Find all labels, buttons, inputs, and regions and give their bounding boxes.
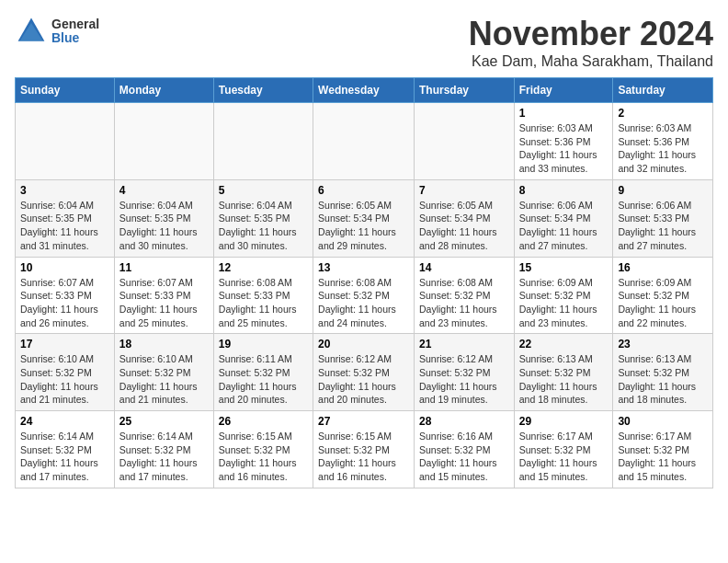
calendar-col-header: Monday	[114, 78, 213, 103]
title-block: November 2024 Kae Dam, Maha Sarakham, Th…	[469, 15, 713, 70]
day-info: Sunrise: 6:10 AM Sunset: 5:32 PM Dayligh…	[20, 352, 109, 407]
calendar-cell: 2Sunrise: 6:03 AM Sunset: 5:36 PM Daylig…	[613, 103, 713, 180]
calendar-cell: 9Sunrise: 6:06 AM Sunset: 5:33 PM Daylig…	[613, 179, 713, 257]
calendar-cell: 19Sunrise: 6:11 AM Sunset: 5:32 PM Dayli…	[213, 334, 313, 411]
logo-icon	[15, 15, 48, 48]
calendar-cell	[114, 103, 213, 180]
calendar-cell: 21Sunrise: 6:12 AM Sunset: 5:32 PM Dayli…	[414, 334, 514, 411]
calendar-header-row: SundayMondayTuesdayWednesdayThursdayFrid…	[16, 78, 713, 103]
day-info: Sunrise: 6:08 AM Sunset: 5:33 PM Dayligh…	[219, 276, 308, 330]
calendar-cell	[313, 103, 415, 180]
calendar-cell: 29Sunrise: 6:17 AM Sunset: 5:32 PM Dayli…	[514, 411, 613, 488]
calendar-col-header: Thursday	[414, 78, 514, 103]
day-info: Sunrise: 6:12 AM Sunset: 5:32 PM Dayligh…	[419, 352, 509, 407]
day-number: 25	[119, 415, 209, 428]
calendar-cell: 25Sunrise: 6:14 AM Sunset: 5:32 PM Dayli…	[114, 411, 213, 488]
day-info: Sunrise: 6:08 AM Sunset: 5:32 PM Dayligh…	[419, 276, 509, 330]
day-number: 19	[219, 338, 308, 350]
day-info: Sunrise: 6:07 AM Sunset: 5:33 PM Dayligh…	[20, 276, 109, 330]
calendar-col-header: Friday	[514, 78, 613, 103]
calendar-week-row: 1Sunrise: 6:03 AM Sunset: 5:36 PM Daylig…	[16, 103, 713, 180]
month-title: November 2024	[469, 15, 713, 53]
day-number: 3	[20, 184, 109, 197]
calendar-cell: 26Sunrise: 6:15 AM Sunset: 5:32 PM Dayli…	[213, 411, 313, 488]
day-info: Sunrise: 6:17 AM Sunset: 5:32 PM Dayligh…	[618, 430, 708, 484]
page-header: General Blue November 2024 Kae Dam, Maha…	[15, 15, 713, 70]
calendar-cell: 14Sunrise: 6:08 AM Sunset: 5:32 PM Dayli…	[414, 257, 514, 334]
day-info: Sunrise: 6:04 AM Sunset: 5:35 PM Dayligh…	[119, 199, 209, 253]
day-number: 2	[618, 107, 708, 120]
day-info: Sunrise: 6:12 AM Sunset: 5:32 PM Dayligh…	[318, 352, 409, 407]
day-info: Sunrise: 6:15 AM Sunset: 5:32 PM Dayligh…	[318, 430, 409, 484]
calendar-cell: 16Sunrise: 6:09 AM Sunset: 5:32 PM Dayli…	[613, 257, 713, 334]
calendar-cell: 10Sunrise: 6:07 AM Sunset: 5:33 PM Dayli…	[16, 257, 115, 334]
day-info: Sunrise: 6:05 AM Sunset: 5:34 PM Dayligh…	[318, 199, 409, 253]
day-info: Sunrise: 6:17 AM Sunset: 5:32 PM Dayligh…	[519, 430, 609, 484]
logo-text: General Blue	[51, 17, 99, 46]
day-number: 15	[519, 261, 609, 274]
calendar-col-header: Saturday	[613, 78, 713, 103]
day-number: 17	[20, 338, 109, 350]
calendar-cell	[414, 103, 514, 180]
day-info: Sunrise: 6:09 AM Sunset: 5:32 PM Dayligh…	[519, 276, 609, 330]
logo-blue: Blue	[51, 31, 99, 45]
day-info: Sunrise: 6:03 AM Sunset: 5:36 PM Dayligh…	[519, 121, 609, 176]
calendar-cell: 4Sunrise: 6:04 AM Sunset: 5:35 PM Daylig…	[114, 179, 213, 257]
calendar-col-header: Sunday	[16, 78, 115, 103]
day-info: Sunrise: 6:04 AM Sunset: 5:35 PM Dayligh…	[20, 199, 109, 253]
day-info: Sunrise: 6:09 AM Sunset: 5:32 PM Dayligh…	[618, 276, 708, 330]
day-info: Sunrise: 6:04 AM Sunset: 5:35 PM Dayligh…	[219, 199, 308, 253]
day-info: Sunrise: 6:13 AM Sunset: 5:32 PM Dayligh…	[519, 352, 609, 407]
calendar-week-row: 24Sunrise: 6:14 AM Sunset: 5:32 PM Dayli…	[16, 411, 713, 488]
calendar-week-row: 10Sunrise: 6:07 AM Sunset: 5:33 PM Dayli…	[16, 257, 713, 334]
calendar-cell: 27Sunrise: 6:15 AM Sunset: 5:32 PM Dayli…	[313, 411, 415, 488]
calendar-col-header: Wednesday	[313, 78, 415, 103]
day-number: 16	[618, 261, 708, 274]
day-number: 18	[119, 338, 209, 350]
calendar-cell: 1Sunrise: 6:03 AM Sunset: 5:36 PM Daylig…	[514, 103, 613, 180]
day-number: 9	[618, 184, 708, 197]
calendar-cell: 24Sunrise: 6:14 AM Sunset: 5:32 PM Dayli…	[16, 411, 115, 488]
calendar-cell: 18Sunrise: 6:10 AM Sunset: 5:32 PM Dayli…	[114, 334, 213, 411]
logo: General Blue	[15, 15, 99, 48]
day-info: Sunrise: 6:07 AM Sunset: 5:33 PM Dayligh…	[119, 276, 209, 330]
svg-marker-1	[19, 23, 42, 41]
calendar-cell: 28Sunrise: 6:16 AM Sunset: 5:32 PM Dayli…	[414, 411, 514, 488]
day-info: Sunrise: 6:16 AM Sunset: 5:32 PM Dayligh…	[419, 430, 509, 484]
calendar-cell: 22Sunrise: 6:13 AM Sunset: 5:32 PM Dayli…	[514, 334, 613, 411]
day-number: 29	[519, 415, 609, 428]
day-number: 30	[618, 415, 708, 428]
calendar-cell: 6Sunrise: 6:05 AM Sunset: 5:34 PM Daylig…	[313, 179, 415, 257]
day-number: 4	[119, 184, 209, 197]
day-info: Sunrise: 6:05 AM Sunset: 5:34 PM Dayligh…	[419, 199, 509, 253]
day-info: Sunrise: 6:13 AM Sunset: 5:32 PM Dayligh…	[618, 352, 708, 407]
calendar-cell: 3Sunrise: 6:04 AM Sunset: 5:35 PM Daylig…	[16, 179, 115, 257]
day-number: 11	[119, 261, 209, 274]
calendar-cell: 8Sunrise: 6:06 AM Sunset: 5:34 PM Daylig…	[514, 179, 613, 257]
calendar-cell	[213, 103, 313, 180]
calendar-cell	[16, 103, 115, 180]
day-info: Sunrise: 6:14 AM Sunset: 5:32 PM Dayligh…	[20, 430, 109, 484]
day-info: Sunrise: 6:03 AM Sunset: 5:36 PM Dayligh…	[618, 121, 708, 176]
day-number: 8	[519, 184, 609, 197]
day-number: 24	[20, 415, 109, 428]
calendar-cell: 20Sunrise: 6:12 AM Sunset: 5:32 PM Dayli…	[313, 334, 415, 411]
day-number: 20	[318, 338, 409, 350]
calendar-table: SundayMondayTuesdayWednesdayThursdayFrid…	[15, 77, 713, 488]
calendar-cell: 30Sunrise: 6:17 AM Sunset: 5:32 PM Dayli…	[613, 411, 713, 488]
day-number: 1	[519, 107, 609, 120]
calendar-cell: 7Sunrise: 6:05 AM Sunset: 5:34 PM Daylig…	[414, 179, 514, 257]
day-number: 21	[419, 338, 509, 350]
calendar-cell: 15Sunrise: 6:09 AM Sunset: 5:32 PM Dayli…	[514, 257, 613, 334]
day-number: 14	[419, 261, 509, 274]
day-number: 13	[318, 261, 409, 274]
calendar-cell: 11Sunrise: 6:07 AM Sunset: 5:33 PM Dayli…	[114, 257, 213, 334]
day-number: 22	[519, 338, 609, 350]
day-info: Sunrise: 6:06 AM Sunset: 5:34 PM Dayligh…	[519, 199, 609, 253]
day-number: 12	[219, 261, 308, 274]
day-info: Sunrise: 6:15 AM Sunset: 5:32 PM Dayligh…	[219, 430, 308, 484]
day-number: 28	[419, 415, 509, 428]
day-number: 7	[419, 184, 509, 197]
day-number: 27	[318, 415, 409, 428]
day-number: 6	[318, 184, 409, 197]
